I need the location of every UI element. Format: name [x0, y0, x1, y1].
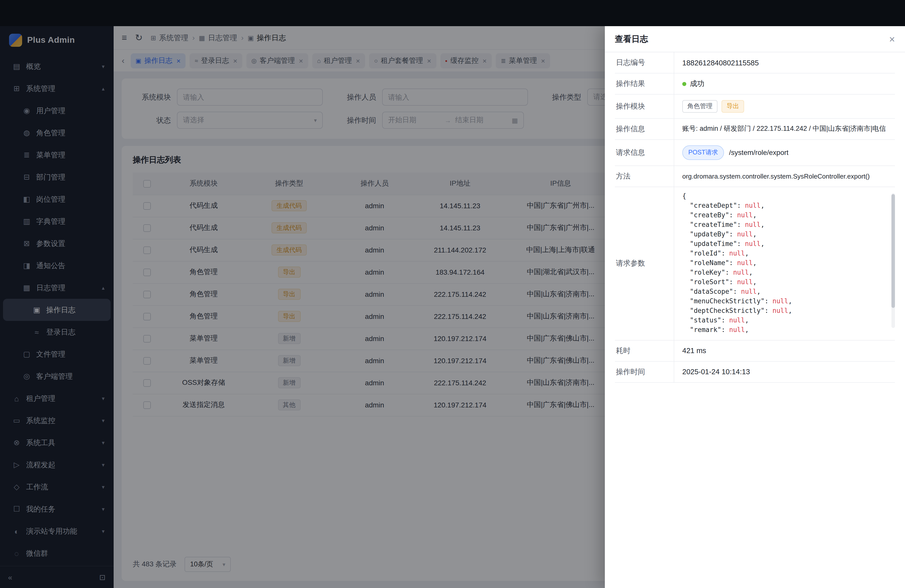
- module-action-tag: 导出: [721, 100, 744, 113]
- json-key: "remark": [690, 326, 721, 333]
- json-key: "createBy": [690, 211, 729, 219]
- json-line-2: "createTime": null,: [682, 219, 887, 229]
- drawer-body: 日志编号 1882612840802115585 操作结果 成功 操作模块 角色…: [605, 52, 905, 588]
- module-tag: 角色管理: [682, 100, 718, 113]
- json-key: "createTime": [690, 221, 737, 228]
- json-value: null: [741, 288, 757, 295]
- field-log-id: 日志编号 1882612840802115585: [615, 52, 895, 73]
- json-value: null: [773, 307, 788, 314]
- drawer-mask[interactable]: [0, 26, 605, 588]
- json-line-3: "updateBy": null,: [682, 229, 887, 239]
- json-key: "roleSort": [690, 278, 729, 286]
- info-value: 账号: admin / 研发部门 / 222.175.114.242 / 中国|…: [674, 118, 895, 139]
- json-value: null: [773, 297, 788, 305]
- json-line-5: "roleId": null,: [682, 248, 887, 258]
- json-value: null: [745, 221, 761, 228]
- code-scrollbar-thumb[interactable]: [891, 194, 895, 308]
- json-value: null: [737, 259, 753, 266]
- json-value: null: [745, 240, 761, 247]
- json-line-0: "createDept": null,: [682, 200, 887, 210]
- field-label-duration: 耗时: [615, 340, 674, 361]
- field-request-params: 请求参数 {"createDept": null,"createBy": nul…: [615, 187, 895, 340]
- field-label-result: 操作结果: [615, 73, 674, 94]
- duration-value: 421 ms: [674, 340, 895, 361]
- json-key: "roleId": [690, 249, 721, 257]
- result-text: 成功: [690, 79, 704, 89]
- field-label-module: 操作模块: [615, 95, 674, 118]
- field-info: 操作信息 账号: admin / 研发部门 / 222.175.114.242 …: [615, 118, 895, 140]
- field-label-request-params: 请求参数: [615, 187, 674, 340]
- success-dot-icon: [682, 82, 686, 86]
- json-line-6: "roleName": null,: [682, 258, 887, 267]
- json-key: "roleKey": [690, 269, 725, 276]
- json-value: null: [737, 278, 753, 286]
- top-black-strip: [0, 0, 905, 26]
- field-label-request: 请求信息: [615, 140, 674, 165]
- screen: Plus Admin ▤概览▾⊞系统管理▴◉用户管理◍角色管理≣菜单管理⊟部门管…: [0, 0, 905, 588]
- result-value: 成功: [674, 73, 895, 94]
- request-value: POST请求 /system/role/export: [674, 140, 895, 165]
- json-line-12: "status": null,: [682, 315, 887, 325]
- json-line-11: "deptCheckStrictly": null,: [682, 305, 887, 315]
- field-result: 操作结果 成功: [615, 73, 895, 95]
- drawer-header: 查看日志 ×: [605, 26, 905, 52]
- json-key: "roleName": [690, 259, 729, 266]
- field-label-method: 方法: [615, 166, 674, 186]
- json-value: null: [745, 202, 761, 209]
- json-line-4: "updateTime": null,: [682, 239, 887, 248]
- post-method-tag: POST请求: [682, 145, 724, 160]
- json-key: "deptCheckStrictly": [690, 307, 764, 314]
- json-line-13: "remark": null,: [682, 325, 887, 334]
- json-line-10: "menuCheckStrictly": null,: [682, 296, 887, 305]
- field-label-info: 操作信息: [615, 118, 674, 139]
- op-time-value: 2025-01-24 10:14:13: [674, 361, 895, 382]
- json-line-7: "roleKey": null,: [682, 267, 887, 277]
- json-value: null: [729, 326, 745, 333]
- json-line-9: "dataScope": null,: [682, 286, 887, 296]
- field-label-op-time: 操作时间: [615, 361, 674, 382]
- json-value: null: [729, 316, 745, 324]
- json-key: "updateTime": [690, 240, 737, 247]
- method-value: org.dromara.system.controller.system.Sys…: [674, 166, 895, 186]
- json-value: null: [737, 211, 753, 219]
- module-value: 角色管理 导出: [674, 95, 895, 118]
- field-method: 方法 org.dromara.system.controller.system.…: [615, 166, 895, 187]
- json-value: null: [733, 269, 749, 276]
- close-icon[interactable]: ×: [889, 34, 895, 44]
- json-key: "updateBy": [690, 230, 729, 238]
- field-op-time: 操作时间 2025-01-24 10:14:13: [615, 361, 895, 383]
- field-request: 请求信息 POST请求 /system/role/export: [615, 140, 895, 166]
- field-label-log-id: 日志编号: [615, 52, 674, 73]
- json-key: "menuCheckStrictly": [690, 297, 764, 305]
- json-value: null: [737, 230, 753, 238]
- json-value: null: [729, 249, 745, 257]
- json-line-1: "createBy": null,: [682, 210, 887, 219]
- json-key: "dataScope": [690, 288, 733, 295]
- field-module: 操作模块 角色管理 导出: [615, 95, 895, 118]
- drawer-title: 查看日志: [615, 33, 648, 44]
- json-key: "status": [690, 316, 721, 324]
- field-duration: 耗时 421 ms: [615, 340, 895, 361]
- json-line-open: {: [682, 191, 887, 200]
- request-url: /system/role/export: [729, 148, 789, 156]
- request-params-value: {"createDept": null,"createBy": null,"cr…: [674, 187, 895, 340]
- json-key: "createDept": [690, 202, 737, 209]
- request-params-code: {"createDept": null,"createBy": null,"cr…: [682, 191, 887, 336]
- json-line-8: "roleSort": null,: [682, 277, 887, 286]
- code-scrollbar-track[interactable]: [891, 193, 895, 328]
- log-detail-drawer: 查看日志 × 日志编号 1882612840802115585 操作结果 成功 …: [605, 26, 905, 588]
- log-id-value: 1882612840802115585: [674, 52, 895, 73]
